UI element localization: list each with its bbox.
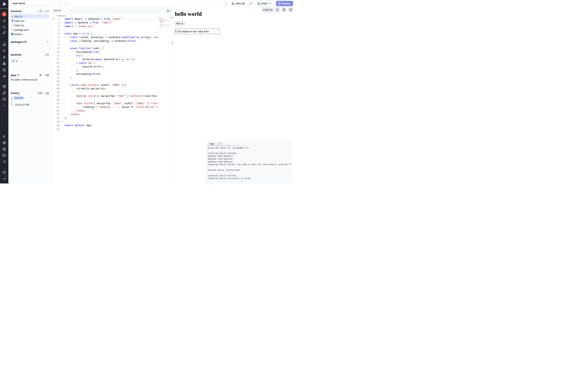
svg-text:3: 3	[12, 20, 13, 21]
